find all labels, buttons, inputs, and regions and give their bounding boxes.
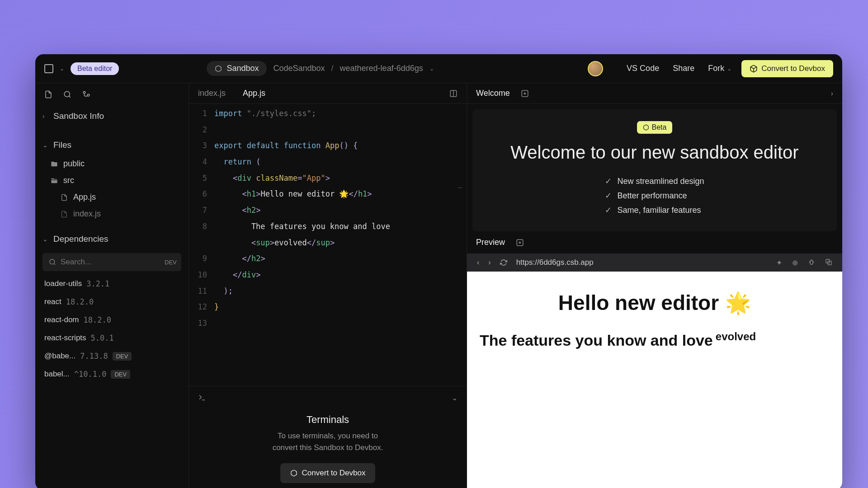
back-icon[interactable]: ‹ [477,258,479,267]
chevron-down-icon[interactable]: ⌄ [429,66,434,72]
titlebar: ⌄ Beta editor Sandbox CodeSandbox / weat… [35,54,842,83]
chevron-down-icon: ⌄ [727,66,731,72]
tab-index-js[interactable]: index.js [198,89,226,98]
files-header[interactable]: ⌄ Files [35,135,189,155]
preview-panel-tabs: Preview [467,231,842,253]
cube-icon [750,65,758,73]
preview-h1: Hello new editor 🌟 [474,291,835,315]
add-tab-icon[interactable] [521,89,529,98]
file-index-js[interactable]: index.js [35,206,189,222]
refresh-icon[interactable] [500,259,507,266]
convert-devbox-button[interactable]: Convert to Devbox [741,60,833,77]
dep-react[interactable]: react18.2.0 [35,293,189,311]
right-column: Welcome › Beta Welcome to our new sandbo… [467,83,842,488]
preview-url-bar: ‹ › https://6dd6gs.csb.app ✦ ⊕ [467,253,842,272]
code-editor[interactable]: 1 2 3 4 5 6 7 8 9 10 11 12 13 import "./… [189,104,467,386]
add-tab-icon[interactable] [516,239,524,247]
dep-react-scripts[interactable]: react-scripts5.0.1 [35,329,189,347]
check-icon: ✓ [605,205,612,215]
svg-point-0 [64,91,70,97]
terminals-description: To use terminals, you need toconvert thi… [273,430,383,453]
file-icon [61,194,69,201]
folder-src[interactable]: src [35,172,189,189]
welcome-heading: Welcome to our new sandbox editor [510,140,798,164]
chevron-right-icon[interactable]: › [831,89,833,98]
dep-loader-utils[interactable]: loader-utils3.2.1 [35,275,189,293]
dependencies-label: Dependencies [53,234,108,244]
branch-icon[interactable] [82,90,90,99]
crosshair-icon[interactable]: ⊕ [792,258,798,267]
dep-babel-1[interactable]: @babe...7.13.8DEV [35,347,189,365]
terminals-panel: ⌄ Terminals To use terminals, you need t… [189,386,467,488]
tab-app-js[interactable]: App.js [243,89,265,98]
editor-tabs: index.js App.js [189,83,467,104]
beta-label: Beta [652,123,667,131]
code-content[interactable]: import "./styles.css"; export default fu… [214,106,467,386]
avatar[interactable] [588,61,603,76]
preview-content: Hello new editor 🌟 The features you know… [467,272,842,488]
sandbox-icon [215,65,222,72]
check-icon: ✓ [605,176,612,186]
svg-rect-13 [810,260,812,264]
convert-label: Convert to Devbox [761,64,825,73]
dependency-search[interactable]: DEV [42,253,181,271]
dev-tag: DEV [161,258,180,267]
breadcrumb-sandbox: Sandbox [226,64,259,73]
split-panel-icon[interactable] [449,89,458,98]
feature-item: ✓Better performance [605,191,704,201]
convert-label: Convert to Devbox [302,469,366,478]
welcome-panel-tabs: Welcome › [467,83,842,104]
svg-point-1 [83,91,85,94]
file-label: index.js [73,209,101,219]
search-icon [49,258,56,266]
files-label: Files [53,140,71,150]
breadcrumb[interactable]: Sandbox [207,61,267,76]
vscode-link[interactable]: VS Code [623,64,663,73]
terminal-icon[interactable] [198,394,206,402]
cube-icon [643,124,649,131]
logo-icon[interactable] [44,64,53,73]
preview-sup: evolved [716,330,756,343]
dep-react-dom[interactable]: react-dom18.2.0 [35,311,189,329]
welcome-card: Beta Welcome to our new sandbox editor ✓… [472,109,837,231]
chevron-right-icon: › [42,113,49,120]
popout-icon[interactable] [825,258,832,267]
file-icon[interactable] [44,90,52,99]
convert-devbox-button-secondary[interactable]: Convert to Devbox [280,463,376,483]
beta-editor-pill[interactable]: Beta editor [71,62,119,75]
tab-preview[interactable]: Preview [476,238,505,247]
sparkle-icon[interactable]: ✦ [776,258,782,267]
line-gutter: 1 2 3 4 5 6 7 8 9 10 11 12 13 [189,106,214,386]
sidebar: › Sandbox Info ⌄ Files public src App.js [35,83,189,488]
folder-public[interactable]: public [35,155,189,172]
star-icon: 🌟 [725,291,751,315]
sandbox-info-header[interactable]: › Sandbox Info [35,106,189,127]
folder-label: public [63,159,85,169]
tab-welcome[interactable]: Welcome [476,89,510,98]
search-icon[interactable] [63,90,71,99]
check-icon: ✓ [605,191,612,201]
dependencies-header[interactable]: ⌄ Dependencies [35,229,189,249]
forward-icon[interactable]: › [488,258,491,267]
folder-icon [51,160,59,168]
folder-label: src [63,176,74,185]
bug-icon[interactable] [808,258,815,267]
minimap-indicator: – [458,181,462,194]
preview-frame: ‹ › https://6dd6gs.csb.app ✦ ⊕ Hello new… [467,253,842,488]
feature-list: ✓New streamlined design ✓Better performa… [605,176,704,215]
file-app-js[interactable]: App.js [35,189,189,206]
sandbox-info-label: Sandbox Info [53,111,104,121]
svg-point-3 [50,259,55,264]
breadcrumb-org[interactable]: CodeSandbox [273,64,325,73]
fork-button[interactable]: Fork ⌄ [704,64,735,73]
chevron-down-icon: ⌄ [42,141,49,149]
url-text[interactable]: https://6dd6gs.csb.app [516,258,767,267]
terminals-title: Terminals [307,414,349,426]
search-input[interactable] [61,258,156,267]
breadcrumb-project[interactable]: weathered-leaf-6dd6gs [340,64,423,73]
dep-babel-2[interactable]: babel...^10.1.0DEV [35,365,189,383]
chevron-down-icon[interactable]: ⌄ [60,66,64,72]
share-button[interactable]: Share [669,64,698,73]
breadcrumb-separator: / [331,64,334,73]
chevron-down-icon[interactable]: ⌄ [452,394,458,402]
